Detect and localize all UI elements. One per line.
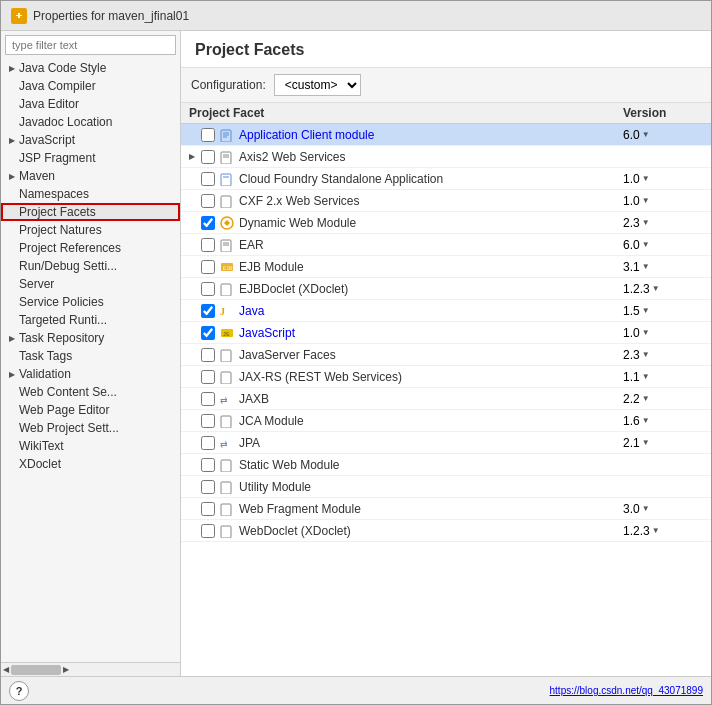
facet-row-web-fragment[interactable]: Web Fragment Module 3.0 ▼ <box>181 498 711 520</box>
config-select[interactable]: <custom> <box>274 74 361 96</box>
help-button[interactable]: ? <box>9 681 29 701</box>
sidebar-item-java-editor[interactable]: ▶ Java Editor <box>1 95 180 113</box>
facet-checkbox-static-web[interactable] <box>201 458 215 472</box>
facet-row-axis2[interactable]: ▶ Axis2 Web Services <box>181 146 711 168</box>
sidebar-item-targeted-runtime[interactable]: ▶ Targeted Runti... <box>1 311 180 329</box>
facet-icon-jaxb: ⇄ <box>219 391 235 407</box>
facet-version-java: 1.5 ▼ <box>623 304 703 318</box>
facet-row-ejbdoclet[interactable]: EJBDoclet (XDoclet) 1.2.3 ▼ <box>181 278 711 300</box>
facet-checkbox-jca[interactable] <box>201 414 215 428</box>
version-dropdown-arrow[interactable]: ▼ <box>652 284 660 293</box>
facet-icon-ejb: EJB <box>219 259 235 275</box>
sidebar-item-web-page-editor[interactable]: ▶ Web Page Editor <box>1 401 180 419</box>
table-header: Project Facet Version <box>181 103 711 124</box>
facet-checkbox-ejbdoclet[interactable] <box>201 282 215 296</box>
facet-checkbox-web-fragment[interactable] <box>201 502 215 516</box>
sidebar-item-web-content-settings[interactable]: ▶ Web Content Se... <box>1 383 180 401</box>
sidebar-item-jsp-fragment[interactable]: ▶ JSP Fragment <box>1 149 180 167</box>
sidebar-item-wikitext[interactable]: ▶ WikiText <box>1 437 180 455</box>
version-dropdown-arrow[interactable]: ▼ <box>642 218 650 227</box>
sidebar-item-label: Validation <box>19 367 71 381</box>
facet-row-jpa[interactable]: ⇄ JPA 2.1 ▼ <box>181 432 711 454</box>
version-dropdown-arrow[interactable]: ▼ <box>642 350 650 359</box>
facet-checkbox-java[interactable] <box>201 304 215 318</box>
sidebar-item-project-facets[interactable]: ▶ Project Facets <box>1 203 180 221</box>
sidebar-item-project-natures[interactable]: ▶ Project Natures <box>1 221 180 239</box>
facet-checkbox-jaxrs[interactable] <box>201 370 215 384</box>
facet-checkbox-ear[interactable] <box>201 238 215 252</box>
row-expand-arrow[interactable]: ▶ <box>189 152 201 161</box>
facet-checkbox-utility[interactable] <box>201 480 215 494</box>
facet-name-java: Java <box>239 304 623 318</box>
sidebar-item-namespaces[interactable]: ▶ Namespaces <box>1 185 180 203</box>
version-dropdown-arrow[interactable]: ▼ <box>642 262 650 271</box>
sidebar-item-task-tags[interactable]: ▶ Task Tags <box>1 347 180 365</box>
facet-checkbox-jpa[interactable] <box>201 436 215 450</box>
version-dropdown-arrow[interactable]: ▼ <box>642 130 650 139</box>
facet-row-ejb[interactable]: EJB EJB Module 3.1 ▼ <box>181 256 711 278</box>
facet-checkbox-cxf[interactable] <box>201 194 215 208</box>
sidebar-item-label: Maven <box>19 169 55 183</box>
status-url[interactable]: https://blog.csdn.net/qq_43071899 <box>550 685 703 696</box>
facet-row-dynamic-web[interactable]: Dynamic Web Module 2.3 ▼ <box>181 212 711 234</box>
version-dropdown-arrow[interactable]: ▼ <box>642 372 650 381</box>
facet-checkbox-webdoclet[interactable] <box>201 524 215 538</box>
sidebar-item-server[interactable]: ▶ Server <box>1 275 180 293</box>
facet-checkbox-cloud-foundry[interactable] <box>201 172 215 186</box>
facet-row-ear[interactable]: EAR 6.0 ▼ <box>181 234 711 256</box>
facet-checkbox-jsf[interactable] <box>201 348 215 362</box>
filter-input[interactable] <box>5 35 176 55</box>
sidebar-item-label: Service Policies <box>19 295 104 309</box>
sidebar-item-service-policies[interactable]: ▶ Service Policies <box>1 293 180 311</box>
version-dropdown-arrow[interactable]: ▼ <box>652 526 660 535</box>
version-dropdown-arrow[interactable]: ▼ <box>642 240 650 249</box>
facet-checkbox-javascript[interactable] <box>201 326 215 340</box>
version-dropdown-arrow[interactable]: ▼ <box>642 174 650 183</box>
facet-row-jaxb[interactable]: ⇄ JAXB 2.2 ▼ <box>181 388 711 410</box>
facet-row-java[interactable]: J Java 1.5 ▼ <box>181 300 711 322</box>
facet-checkbox-jaxb[interactable] <box>201 392 215 406</box>
facet-row-javascript[interactable]: JS JavaScript 1.0 ▼ <box>181 322 711 344</box>
sidebar-hscroll[interactable]: ◀ ▶ <box>1 662 180 676</box>
facet-row-cxf[interactable]: CXF 2.x Web Services 1.0 ▼ <box>181 190 711 212</box>
facet-checkbox-dynamic-web[interactable] <box>201 216 215 230</box>
facet-checkbox-ejb[interactable] <box>201 260 215 274</box>
facet-name-jaxrs: JAX-RS (REST Web Services) <box>239 370 623 384</box>
sidebar-scroll-area[interactable]: ▶ Java Code Style ▶ Java Compiler ▶ Java… <box>1 59 180 662</box>
facet-row-utility[interactable]: Utility Module <box>181 476 711 498</box>
sidebar-item-task-repository[interactable]: ▶ Task Repository <box>1 329 180 347</box>
sidebar-item-javascript[interactable]: ▶ JavaScript <box>1 131 180 149</box>
facet-row-application-client[interactable]: Application Client module 6.0 ▼ <box>181 124 711 146</box>
sidebar-item-java-compiler[interactable]: ▶ Java Compiler <box>1 77 180 95</box>
facet-checkbox-application-client[interactable] <box>201 128 215 142</box>
version-dropdown-arrow[interactable]: ▼ <box>642 438 650 447</box>
facet-row-static-web[interactable]: Static Web Module <box>181 454 711 476</box>
facet-version-cloud-foundry: 1.0 ▼ <box>623 172 703 186</box>
sidebar-item-project-references[interactable]: ▶ Project References <box>1 239 180 257</box>
facet-row-jca[interactable]: JCA Module 1.6 ▼ <box>181 410 711 432</box>
version-dropdown-arrow[interactable]: ▼ <box>642 306 650 315</box>
facet-row-cloud-foundry[interactable]: Cloud Foundry Standalone Application 1.0… <box>181 168 711 190</box>
sidebar-item-label: JavaScript <box>19 133 75 147</box>
sidebar-item-run-debug-settings[interactable]: ▶ Run/Debug Setti... <box>1 257 180 275</box>
svg-rect-3 <box>221 130 231 142</box>
version-dropdown-arrow[interactable]: ▼ <box>642 504 650 513</box>
sidebar-item-validation[interactable]: ▶ Validation <box>1 365 180 383</box>
hscroll-left[interactable]: ◀ <box>3 665 9 674</box>
sidebar-item-maven[interactable]: ▶ Maven <box>1 167 180 185</box>
version-dropdown-arrow[interactable]: ▼ <box>642 416 650 425</box>
hscroll-right[interactable]: ▶ <box>63 665 69 674</box>
sidebar-item-java-code-style[interactable]: ▶ Java Code Style <box>1 59 180 77</box>
facet-row-jaxrs[interactable]: JAX-RS (REST Web Services) 1.1 ▼ <box>181 366 711 388</box>
version-dropdown-arrow[interactable]: ▼ <box>642 196 650 205</box>
facet-checkbox-axis2[interactable] <box>201 150 215 164</box>
facet-row-webdoclet[interactable]: WebDoclet (XDoclet) 1.2.3 ▼ <box>181 520 711 542</box>
version-dropdown-arrow[interactable]: ▼ <box>642 394 650 403</box>
hscroll-thumb[interactable] <box>11 665 61 675</box>
facet-version-web-fragment: 3.0 ▼ <box>623 502 703 516</box>
sidebar-item-javadoc-location[interactable]: ▶ Javadoc Location <box>1 113 180 131</box>
facet-row-jsf[interactable]: JavaServer Faces 2.3 ▼ <box>181 344 711 366</box>
version-dropdown-arrow[interactable]: ▼ <box>642 328 650 337</box>
sidebar-item-web-project-settings[interactable]: ▶ Web Project Sett... <box>1 419 180 437</box>
sidebar-item-xdoclet[interactable]: ▶ XDoclet <box>1 455 180 473</box>
